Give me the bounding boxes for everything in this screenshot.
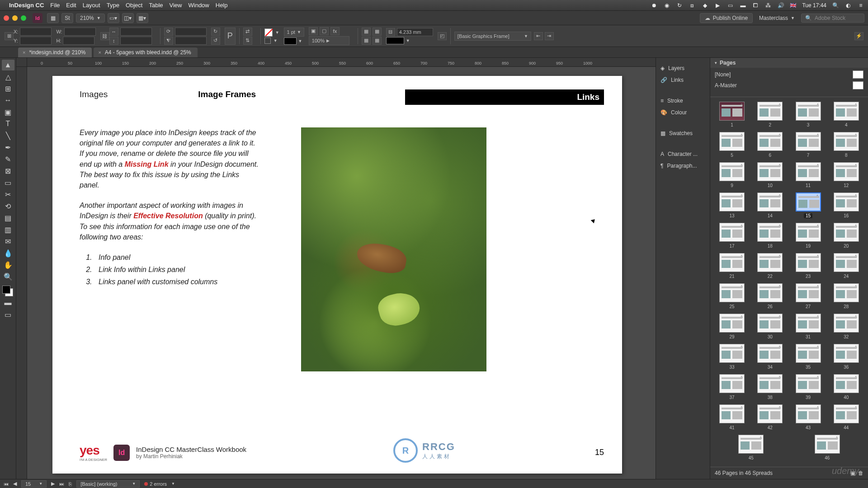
- page-thumb-39[interactable]: 39: [794, 374, 823, 400]
- free-transform-tool[interactable]: ⟲: [2, 201, 14, 211]
- rotate-cw-icon[interactable]: ↻: [211, 28, 220, 36]
- horizontal-ruler[interactable]: 0 50 100 150 200 250 300 350 400 450 500…: [27, 58, 656, 67]
- flip-h-icon[interactable]: ⇄: [243, 28, 252, 36]
- ruler-origin[interactable]: [16, 58, 27, 67]
- close-tab-icon[interactable]: ×: [98, 50, 101, 55]
- opacity-field[interactable]: 100%▶: [309, 36, 349, 45]
- page-thumb-20[interactable]: 20: [832, 223, 861, 249]
- scale-x-icon[interactable]: ↔: [109, 28, 118, 36]
- stock-icon[interactable]: St: [61, 13, 73, 23]
- page-thumb-28[interactable]: 28: [832, 283, 861, 309]
- page-thumb-34[interactable]: 34: [755, 344, 784, 370]
- gap-tool[interactable]: ↔: [2, 95, 14, 106]
- page-thumb-13[interactable]: 13: [717, 192, 746, 218]
- gradient-swatch-tool[interactable]: ▤: [2, 212, 14, 223]
- align-left-icon[interactable]: ⇤: [534, 32, 543, 40]
- menu-edit[interactable]: Edit: [66, 2, 76, 9]
- hand-tool[interactable]: ✋: [2, 259, 14, 270]
- page-thumb-33[interactable]: 33: [717, 344, 746, 370]
- window-close-button[interactable]: [4, 15, 9, 21]
- pages-thumbnails-grid[interactable]: 1234567891011121314151617181920212223242…: [710, 97, 868, 467]
- open-icon[interactable]: ⎘: [69, 481, 72, 487]
- view-options-icon[interactable]: ▭▾: [108, 13, 119, 23]
- rotate-ccw-icon[interactable]: ↺: [211, 37, 220, 45]
- panel-tab-links[interactable]: 🔗Links: [656, 74, 710, 86]
- h-field[interactable]: [63, 37, 94, 45]
- page-thumb-7[interactable]: 7: [794, 132, 823, 158]
- menu-object[interactable]: Object: [126, 2, 143, 9]
- panel-tab-character[interactable]: ACharacter ...: [656, 148, 710, 160]
- document-page[interactable]: Images Image Frames Links Every image yo…: [52, 76, 622, 474]
- window-zoom-button[interactable]: [21, 15, 26, 21]
- page-thumb-1[interactable]: 1: [717, 102, 746, 127]
- page-thumb-46[interactable]: 46: [813, 435, 842, 460]
- next-page-icon[interactable]: ▶: [51, 481, 55, 487]
- bluetooth-icon[interactable]: ⁂: [764, 2, 772, 9]
- menubar-clock[interactable]: Tue 17:44: [802, 2, 826, 9]
- menu-table[interactable]: Table: [149, 2, 163, 9]
- page-tool[interactable]: ⊞: [2, 83, 14, 94]
- page-thumb-18[interactable]: 18: [755, 223, 784, 249]
- camera-icon[interactable]: ⏺: [651, 2, 658, 9]
- menu-type[interactable]: Type: [107, 2, 119, 9]
- page-thumb-41[interactable]: 41: [717, 404, 746, 430]
- page-thumb-14[interactable]: 14: [755, 192, 784, 218]
- gap-field[interactable]: 4.233 mm: [397, 28, 433, 36]
- wrap-none-icon[interactable]: ▦: [362, 28, 371, 36]
- page-thumb-36[interactable]: 36: [832, 344, 861, 370]
- wrap-jump-icon[interactable]: ▦: [373, 37, 382, 45]
- spotlight-icon[interactable]: 🔍: [832, 2, 839, 9]
- page-thumb-16[interactable]: 16: [832, 192, 861, 218]
- effects-icon[interactable]: fx: [330, 27, 340, 35]
- rotate-field[interactable]: [175, 28, 207, 36]
- shear-icon[interactable]: ⧨: [164, 37, 173, 45]
- notifications-icon[interactable]: ≡: [857, 2, 864, 9]
- page-thumb-19[interactable]: 19: [794, 223, 823, 249]
- fit-frame-icon[interactable]: ▢: [320, 27, 329, 35]
- corner-options-icon[interactable]: ◰: [438, 32, 447, 40]
- quick-apply-icon[interactable]: ⚡: [854, 32, 863, 40]
- page-thumb-43[interactable]: 43: [794, 404, 823, 430]
- workspace-switcher[interactable]: Masterclass ▼: [759, 15, 795, 21]
- char-panel-icon[interactable]: P: [225, 28, 236, 45]
- bridge-icon[interactable]: ▦: [47, 13, 59, 23]
- page-thumb-11[interactable]: 11: [794, 162, 823, 188]
- menu-view[interactable]: View: [170, 2, 182, 9]
- rectangle-frame-tool[interactable]: ⊠: [2, 165, 14, 176]
- line-tool[interactable]: ╲: [2, 130, 14, 141]
- pencil-tool[interactable]: ✎: [2, 154, 14, 164]
- corner-style[interactable]: [386, 37, 404, 44]
- first-page-icon[interactable]: ⏮: [4, 481, 9, 487]
- document-tab-1[interactable]: × *indesign.indd @ 210%: [18, 47, 92, 57]
- display-icon[interactable]: ▭: [726, 2, 734, 9]
- reference-point-icon[interactable]: ⊞: [5, 32, 14, 40]
- app-name[interactable]: InDesign CC: [9, 2, 44, 9]
- cc-icon[interactable]: ◉: [663, 2, 670, 9]
- y-field[interactable]: [20, 37, 52, 45]
- panel-tab-layers[interactable]: ◈Layers: [656, 62, 710, 74]
- page-thumb-3[interactable]: 3: [794, 102, 823, 127]
- vertical-ruler[interactable]: [16, 67, 27, 479]
- prev-page-icon[interactable]: ◀: [13, 481, 17, 487]
- page-thumb-29[interactable]: 29: [717, 314, 746, 339]
- menu-extra-1-icon[interactable]: ◆: [701, 2, 708, 9]
- window-minimize-button[interactable]: [12, 15, 18, 21]
- columns-icon[interactable]: ⊟: [386, 28, 395, 36]
- w-field[interactable]: [64, 28, 96, 36]
- preflight-profile[interactable]: [Basic] (working)▼: [76, 480, 140, 488]
- master-a-row[interactable]: A-Master: [715, 81, 863, 89]
- menu-layout[interactable]: Layout: [83, 2, 100, 9]
- sync-icon[interactable]: ↻: [676, 2, 683, 9]
- stroke-style-swatch[interactable]: [284, 38, 297, 45]
- page-thumb-32[interactable]: 32: [832, 314, 861, 339]
- preflight-errors[interactable]: 2 errors▼: [144, 481, 175, 487]
- page-thumb-21[interactable]: 21: [717, 253, 746, 279]
- page-thumb-10[interactable]: 10: [755, 162, 784, 188]
- page-thumb-44[interactable]: 44: [832, 404, 861, 430]
- selection-tool[interactable]: ▲: [2, 60, 14, 70]
- stroke-swatch[interactable]: [264, 38, 271, 44]
- page-thumb-26[interactable]: 26: [755, 283, 784, 309]
- adobe-stock-search[interactable]: 🔍 Adobe Stock: [801, 14, 864, 23]
- wrap-bound-icon[interactable]: ▦: [373, 28, 382, 36]
- document-tab-2[interactable]: × A4 - 5pages with bleed.indd @ 25%: [94, 47, 197, 57]
